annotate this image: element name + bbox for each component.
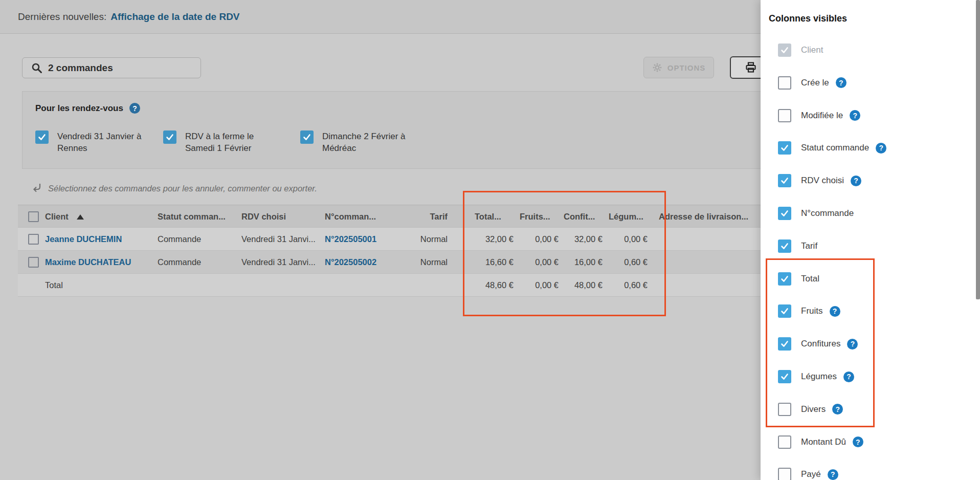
table-row: Jeanne DUCHEMINCommandeVendredi 31 Janvi…	[18, 228, 763, 251]
cell-client[interactable]: Maxime DUCHATEAU	[45, 251, 140, 274]
column-label: Crée le	[801, 78, 829, 88]
checkbox[interactable]	[778, 272, 791, 286]
cell-numero[interactable]: N°202505001	[325, 228, 399, 251]
column-label: Client	[801, 45, 823, 55]
column-label: Fruits	[801, 306, 823, 316]
column-toggle-tarif: Tarif	[761, 239, 980, 253]
column-toggle-fruits: Fruits?	[761, 304, 980, 318]
help-icon[interactable]: ?	[853, 437, 863, 447]
cell-fruits: 0,00 €	[516, 251, 559, 274]
column-toggle-l-gumes: Légumes?	[761, 370, 980, 383]
column-toggle-confitures: Confitures?	[761, 337, 980, 351]
options-label: OPTIONS	[667, 63, 706, 72]
cell-total: 16,60 €	[471, 251, 514, 274]
cell-rdv: Vendredi 31 Janvi...	[241, 251, 321, 274]
cell-client[interactable]: Jeanne DUCHEMIN	[45, 228, 140, 251]
checkbox[interactable]	[778, 304, 791, 318]
rdv-filter-label: Vendredi 31 Janvier à Rennes	[57, 130, 141, 155]
checkbox	[778, 43, 791, 57]
help-icon[interactable]: ?	[876, 143, 886, 154]
column-label: Modifiée le	[801, 111, 843, 121]
column-label: Montant Dû	[801, 437, 846, 447]
column-label: Confitures	[801, 339, 840, 349]
column-toggle-client: Client	[761, 43, 980, 57]
column-label: Divers	[801, 404, 826, 414]
cell-confitures: 48,00 €	[560, 274, 603, 297]
cell-legumes: 0,60 €	[605, 251, 648, 274]
help-icon[interactable]: ?	[847, 339, 858, 350]
column-toggle-cr-e-le: Crée le?	[761, 76, 980, 90]
rdv-filter-panel: Pour les rendez-vous ? Vendredi 31 Janvi…	[22, 91, 763, 169]
help-icon[interactable]: ?	[851, 176, 861, 186]
rdv-filter-label: RDV à la ferme le Samedi 1 Février	[185, 130, 254, 155]
row-checkbox[interactable]	[28, 211, 39, 222]
search-icon	[31, 62, 43, 74]
checkbox[interactable]	[778, 174, 791, 187]
header-total: Total...	[475, 205, 518, 228]
gear-icon	[652, 62, 662, 73]
cell-client: Total	[45, 274, 140, 297]
columns-visible-panel: Colonnes visibles ClientCrée le?Modifiée…	[761, 0, 980, 480]
cell-fruits: 0,00 €	[516, 228, 559, 251]
orders-table: ClientStatut comman...RDV choisiN°comman…	[18, 205, 763, 297]
header-tarif: Tarif	[399, 205, 448, 228]
column-toggle-rdv-choisi: RDV choisi?	[761, 174, 980, 187]
checkbox[interactable]	[778, 337, 791, 351]
cell-rdv: Vendredi 31 Janvi...	[241, 228, 321, 251]
checkbox[interactable]	[778, 435, 791, 449]
checkbox[interactable]	[778, 468, 791, 480]
search-input[interactable]: 2 commandes	[22, 57, 201, 78]
cell-adresse	[659, 228, 760, 251]
row-checkbox[interactable]	[28, 234, 39, 245]
cell-confitures: 32,00 €	[560, 228, 603, 251]
column-toggle-montant-d: Montant Dû?	[761, 435, 980, 449]
help-icon[interactable]: ?	[836, 77, 847, 88]
column-toggle-pay: Payé?	[761, 468, 980, 480]
rdv-filter-rdv-la-ferme-le: RDV à la ferme le Samedi 1 Février	[163, 130, 254, 155]
column-toggle-statut-commande: Statut commande?	[761, 141, 980, 155]
search-value: 2 commandes	[48, 62, 113, 74]
cell-confitures: 16,00 €	[560, 251, 603, 274]
checkbox[interactable]	[778, 239, 791, 253]
header-confitures: Confit...	[564, 205, 607, 228]
checkbox[interactable]	[778, 403, 791, 416]
column-label: Total	[801, 274, 819, 284]
help-icon[interactable]: ?	[843, 372, 854, 382]
scrollbar-thumb[interactable]	[976, 0, 980, 299]
checkbox[interactable]	[163, 130, 176, 144]
news-label: Dernières nouvelles:	[18, 11, 106, 23]
news-link[interactable]: Affichage de la date de RDV	[110, 11, 239, 23]
header-statut: Statut comman...	[158, 205, 234, 228]
row-checkbox[interactable]	[28, 257, 39, 268]
column-label: RDV choisi	[801, 176, 844, 186]
header-rdv: RDV choisi	[241, 205, 321, 228]
rdv-panel-title: Pour les rendez-vous ?	[35, 103, 140, 114]
checkbox[interactable]	[778, 76, 791, 90]
cell-statut: Commande	[158, 228, 234, 251]
help-icon[interactable]: ?	[129, 103, 140, 114]
table-header-row: ClientStatut comman...RDV choisiN°comman…	[18, 205, 763, 228]
table-total-row: Total48,60 €0,00 €48,00 €0,60 €	[18, 274, 763, 297]
cell-total: 32,00 €	[471, 228, 514, 251]
checkbox[interactable]	[300, 130, 314, 144]
help-icon[interactable]: ?	[828, 469, 838, 480]
rdv-filter-dimanche-2-f-vrier: Dimanche 2 Février à Médréac	[300, 130, 406, 155]
checkbox[interactable]	[35, 130, 49, 144]
help-icon[interactable]: ?	[830, 306, 840, 317]
column-label: Statut commande	[801, 143, 869, 153]
cell-numero[interactable]: N°202505002	[325, 251, 399, 274]
cell-tarif: Normal	[399, 251, 448, 274]
column-label: Légumes	[801, 372, 837, 382]
column-toggle-divers: Divers?	[761, 403, 980, 416]
options-button[interactable]: OPTIONS	[643, 57, 714, 78]
table-row: Maxime DUCHATEAUCommandeVendredi 31 Janv…	[18, 251, 763, 274]
checkbox[interactable]	[778, 370, 791, 383]
checkbox[interactable]	[778, 109, 791, 122]
header-client[interactable]: Client	[45, 205, 140, 228]
help-icon[interactable]: ?	[850, 110, 860, 121]
checkbox[interactable]	[778, 141, 791, 155]
checkbox[interactable]	[778, 207, 791, 220]
help-icon[interactable]: ?	[832, 404, 843, 414]
header-adresse: Adresse de livraison...	[659, 205, 760, 228]
cell-legumes: 0,60 €	[605, 274, 648, 297]
